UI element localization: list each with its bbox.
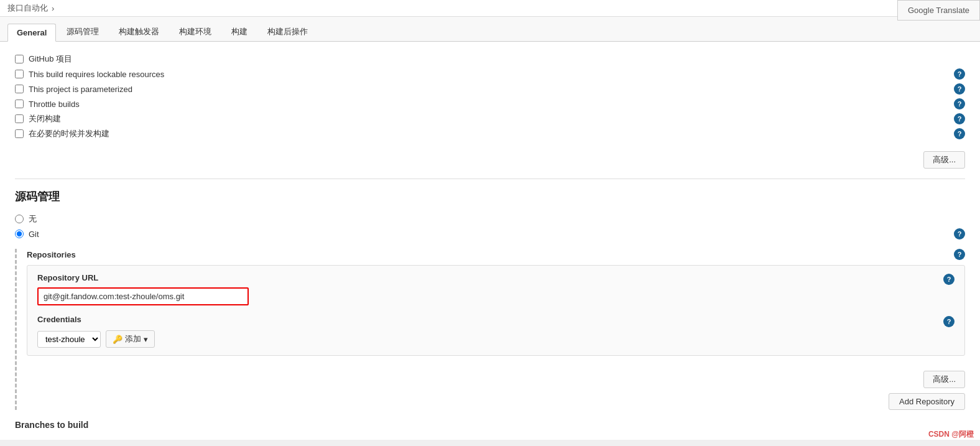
advanced-button-2[interactable]: 高级... bbox=[923, 371, 965, 388]
checkbox-row-disable: 关闭构建 ? bbox=[15, 111, 965, 126]
help-icon-throttle[interactable]: ? bbox=[954, 98, 965, 109]
breadcrumb: 接口自动化 › bbox=[0, 0, 980, 17]
repo-url-label-row: Repository URL ? bbox=[37, 273, 955, 285]
add-credentials-button[interactable]: 🔑 添加 ▾ bbox=[106, 330, 155, 348]
add-credentials-icon: 🔑 bbox=[113, 335, 122, 344]
checkbox-throttle[interactable] bbox=[15, 100, 24, 108]
checkbox-row-parameterized: This project is parameterized ? bbox=[15, 81, 965, 96]
google-translate-bar: Google Translate bbox=[897, 0, 980, 21]
tab-build[interactable]: 构建 bbox=[222, 22, 257, 41]
checkbox-row-concurrent: 在必要的时候并发构建 ? bbox=[15, 126, 965, 141]
radio-none-label: 无 bbox=[29, 213, 37, 225]
checkbox-parameterized-label: This project is parameterized bbox=[29, 85, 132, 94]
tab-general[interactable]: General bbox=[7, 24, 56, 42]
checkbox-github-label: GitHub 项目 bbox=[29, 53, 72, 65]
checkbox-section: GitHub 项目 This build requires lockable r… bbox=[15, 52, 965, 141]
breadcrumb-text: 接口自动化 bbox=[7, 2, 48, 14]
tab-build-env[interactable]: 构建环境 bbox=[170, 22, 221, 41]
radio-git[interactable] bbox=[15, 230, 24, 238]
help-icon-lockable[interactable]: ? bbox=[954, 68, 965, 80]
checkbox-disable-label: 关闭构建 bbox=[29, 113, 61, 124]
section-divider bbox=[15, 179, 965, 179]
radio-git-label: Git bbox=[29, 230, 39, 239]
branches-section: Branches to build bbox=[15, 420, 965, 430]
credentials-select[interactable]: test-zhoule bbox=[37, 331, 101, 348]
checkbox-row-throttle: Throttle builds ? bbox=[15, 96, 965, 111]
credentials-label: Credentials bbox=[37, 315, 81, 324]
repositories-section: Repositories ? Repository URL ? Credenti… bbox=[15, 249, 965, 410]
help-icon-credentials[interactable]: ? bbox=[943, 316, 955, 327]
repo-url-input[interactable] bbox=[37, 287, 249, 305]
checkbox-concurrent-label: 在必要的时候并发构建 bbox=[29, 128, 109, 139]
repo-url-label: Repository URL bbox=[37, 273, 98, 282]
tab-bar: General 源码管理 构建触发器 构建环境 构建 构建后操作 bbox=[0, 17, 980, 42]
add-credentials-arrow: ▾ bbox=[144, 335, 148, 344]
branches-title: Branches to build bbox=[15, 420, 88, 430]
repositories-header: Repositories ? bbox=[27, 249, 965, 260]
credentials-left: test-zhoule 🔑 添加 ▾ bbox=[37, 330, 155, 348]
checkbox-throttle-label: Throttle builds bbox=[29, 100, 80, 109]
source-section-title: 源码管理 bbox=[15, 189, 965, 204]
checkbox-concurrent[interactable] bbox=[15, 129, 24, 138]
help-icon-disable[interactable]: ? bbox=[954, 113, 965, 124]
help-icon-parameterized[interactable]: ? bbox=[954, 83, 965, 95]
add-repository-button[interactable]: Add Repository bbox=[889, 393, 965, 410]
main-content: GitHub 项目 This build requires lockable r… bbox=[0, 42, 980, 440]
google-translate-label: Google Translate bbox=[908, 6, 969, 15]
add-credentials-label: 添加 bbox=[125, 333, 141, 345]
advanced-button-1[interactable]: 高级... bbox=[923, 151, 965, 169]
radio-row-git: Git ? bbox=[15, 226, 965, 241]
breadcrumb-separator: › bbox=[52, 4, 54, 13]
checkbox-parameterized[interactable] bbox=[15, 85, 24, 93]
checkbox-disable[interactable] bbox=[15, 114, 24, 123]
checkbox-row-lockable: This build requires lockable resources ? bbox=[15, 67, 965, 81]
credentials-label-row: Credentials ? bbox=[37, 315, 955, 328]
radio-none[interactable] bbox=[15, 215, 24, 223]
repository-box: Repository URL ? Credentials ? test-zhou… bbox=[27, 265, 965, 356]
bottom-buttons: 高级... Add Repository bbox=[27, 366, 965, 410]
credentials-row: test-zhoule 🔑 添加 ▾ bbox=[37, 330, 955, 348]
radio-row-none: 无 bbox=[15, 211, 965, 226]
tab-source[interactable]: 源码管理 bbox=[57, 22, 108, 41]
checkbox-lockable-label: This build requires lockable resources bbox=[29, 70, 164, 79]
tab-build-triggers[interactable]: 构建触发器 bbox=[109, 22, 169, 41]
checkbox-github[interactable] bbox=[15, 55, 24, 63]
help-icon-concurrent[interactable]: ? bbox=[954, 128, 965, 139]
help-icon-repositories[interactable]: ? bbox=[954, 249, 965, 260]
checkbox-row-github: GitHub 项目 bbox=[15, 52, 965, 67]
csdn-watermark: CSDN @阿橙 bbox=[928, 429, 974, 440]
help-icon-git[interactable]: ? bbox=[954, 228, 965, 239]
repositories-label: Repositories bbox=[27, 250, 76, 259]
tab-post-build[interactable]: 构建后操作 bbox=[258, 22, 317, 41]
checkbox-lockable[interactable] bbox=[15, 70, 24, 78]
repo-url-wrapper bbox=[37, 287, 955, 305]
help-icon-repo-url[interactable]: ? bbox=[943, 274, 955, 285]
